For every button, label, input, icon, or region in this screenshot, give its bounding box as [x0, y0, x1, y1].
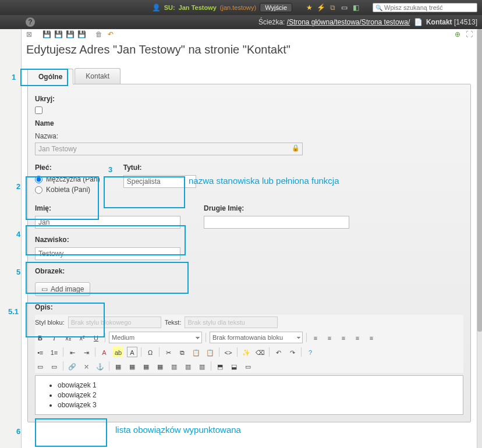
merge-button[interactable]: ⬒ [215, 361, 225, 371]
add-icon[interactable]: ⊕ [453, 30, 462, 38]
copy-icon[interactable]: ⧉ [328, 3, 336, 12]
anchor-button[interactable]: ⚓ [95, 361, 105, 371]
paste2-button[interactable]: 📋 [205, 347, 215, 357]
save-as-icon[interactable]: 💾 [54, 30, 62, 38]
lightning-icon[interactable]: ⚡ [317, 3, 325, 12]
undo2-button[interactable]: ↶ [273, 347, 283, 357]
anno-num-2: 2 [16, 182, 20, 191]
nazwisko-label: Nazwisko: [35, 236, 463, 244]
note-icon[interactable]: ▭ [340, 3, 348, 12]
ul-button[interactable]: ⦁≡ [35, 347, 45, 357]
breadcrumb-docid: [14513] [454, 18, 477, 26]
nazwisko-input[interactable] [35, 247, 180, 260]
code-button[interactable]: <> [223, 347, 233, 357]
editor-toolbar: Styl bloku: Brak stylu blokowego Tekst: … [35, 315, 463, 373]
tytul-input[interactable] [123, 175, 196, 188]
close-icon[interactable]: ⊠ [25, 30, 33, 38]
list-item: obowiązek 2 [58, 390, 458, 400]
search-input[interactable] [384, 4, 474, 11]
tab-general[interactable]: Ogólne [27, 69, 73, 84]
logout-button[interactable]: Wyjście [260, 3, 292, 12]
tr2-button[interactable]: ▦ [141, 361, 151, 371]
imie-input[interactable] [35, 216, 180, 229]
anno-num-1: 1 [12, 73, 16, 81]
redo-button[interactable]: ↷ [287, 347, 297, 357]
breadcrumb-path[interactable]: /Strona główna/testowa/Strona testowa/ [287, 18, 410, 26]
bgcolor-button[interactable]: ab [113, 347, 123, 357]
styl-bloku-label: Styl bloku: [35, 319, 65, 326]
page-title: Edytujesz Adres "Jan Testowy" na stronie… [22, 40, 477, 62]
save-close-icon[interactable]: 💾 [66, 30, 74, 38]
tc3-button[interactable]: ▥ [197, 361, 207, 371]
tab-row: Ogólne Kontakt [27, 68, 477, 84]
underline-button[interactable]: U [91, 332, 101, 343]
anno-num-5: 5 [16, 268, 20, 276]
styl-bloku-select: Brak stylu blokowego [68, 317, 161, 328]
bold-button[interactable]: B [35, 332, 45, 343]
document-icon: 📄 [414, 18, 423, 26]
outdent-button[interactable]: ⇤ [67, 347, 77, 357]
add-image-button[interactable]: ▭ Add image [35, 282, 90, 296]
editor-body[interactable]: obowiązek 1 obowiązek 2 obowiązek 3 [35, 375, 463, 415]
undo-icon[interactable]: ↶ [107, 30, 115, 38]
bookmark-icon[interactable]: ◧ [352, 3, 360, 12]
folder-icon: ▭ [41, 285, 48, 293]
search-box[interactable]: 🔍 [373, 3, 477, 12]
table-button[interactable]: ▦ [113, 361, 123, 371]
plec-m-row[interactable]: Mężczyzna (Pan) [35, 175, 100, 183]
cell-button[interactable]: ▭ [243, 361, 253, 371]
star-icon[interactable]: ★ [305, 3, 313, 12]
plec-k-row[interactable]: Kobieta (Pani) [35, 186, 100, 194]
sub-button[interactable]: x₂ [63, 332, 73, 343]
fontsize-select[interactable]: Medium [109, 332, 202, 343]
help2-button[interactable]: ? [305, 347, 316, 357]
plec-m-radio[interactable] [35, 176, 42, 183]
user-icon: 👤 [152, 3, 161, 12]
align-center-button[interactable]: ≡ [324, 332, 335, 343]
align-right-button[interactable]: ≡ [338, 332, 349, 343]
help-icon[interactable]: ? [26, 17, 35, 27]
save-new-icon[interactable]: 💾 [77, 30, 86, 38]
opis-label: Opis: [35, 303, 463, 311]
tc2-button[interactable]: ▥ [183, 361, 193, 371]
ol-button[interactable]: 1≡ [49, 347, 59, 357]
align-full-button[interactable]: ≡ [366, 332, 377, 343]
img-button[interactable]: ▭ [35, 361, 45, 371]
cut-button[interactable]: ✂ [163, 347, 173, 357]
align-left-button[interactable]: ≡ [310, 332, 321, 343]
su-login: (jan.testowy) [220, 4, 256, 11]
color-button[interactable]: A [99, 347, 109, 357]
unlink-button[interactable]: ⤫ [81, 361, 91, 371]
wand-button[interactable]: ✨ [241, 347, 251, 357]
list-item: obowiązek 1 [58, 381, 458, 390]
plec-k-radio[interactable] [35, 186, 42, 194]
clear-button[interactable]: ⌫ [255, 347, 265, 357]
sup-button[interactable]: x² [77, 332, 87, 343]
fullscreen-icon[interactable]: ⛶ [465, 30, 473, 38]
scrollbar-thumb[interactable] [477, 29, 482, 332]
add-image-label: Add image [51, 285, 84, 293]
omega-button[interactable]: Ω [145, 347, 155, 357]
tr1-button[interactable]: ▦ [127, 361, 137, 371]
italic-button[interactable]: I [49, 332, 59, 343]
topbar-breadcrumb: ? Ścieżka: /Strona główna/testowa/Strona… [0, 15, 482, 29]
su-prefix: SU: [164, 4, 175, 11]
paste-button[interactable]: 📋 [191, 347, 201, 357]
hide-checkbox[interactable] [35, 106, 42, 114]
save-icon[interactable]: 💾 [42, 30, 51, 38]
blockformat-select[interactable]: Brak formatowania bloku [210, 332, 303, 343]
tc1-button[interactable]: ▥ [169, 361, 179, 371]
link-button[interactable]: 🔗 [67, 361, 77, 371]
copy2-button[interactable]: ⧉ [177, 347, 187, 357]
indent-button[interactable]: ⇥ [81, 347, 91, 357]
img2-button[interactable]: ▭ [49, 361, 59, 371]
tr3-button[interactable]: ▦ [155, 361, 165, 371]
tab-contact[interactable]: Kontakt [75, 68, 120, 84]
split-button[interactable]: ⬓ [229, 361, 239, 371]
drugie-label: Drugie Imię: [204, 204, 349, 212]
anno-num-4: 4 [16, 230, 20, 239]
align-justify-button[interactable]: ≡ [352, 332, 363, 343]
drugie-input[interactable] [204, 216, 349, 229]
trash-icon[interactable]: 🗑 [95, 30, 103, 38]
fontcolor-button[interactable]: A [127, 347, 137, 357]
